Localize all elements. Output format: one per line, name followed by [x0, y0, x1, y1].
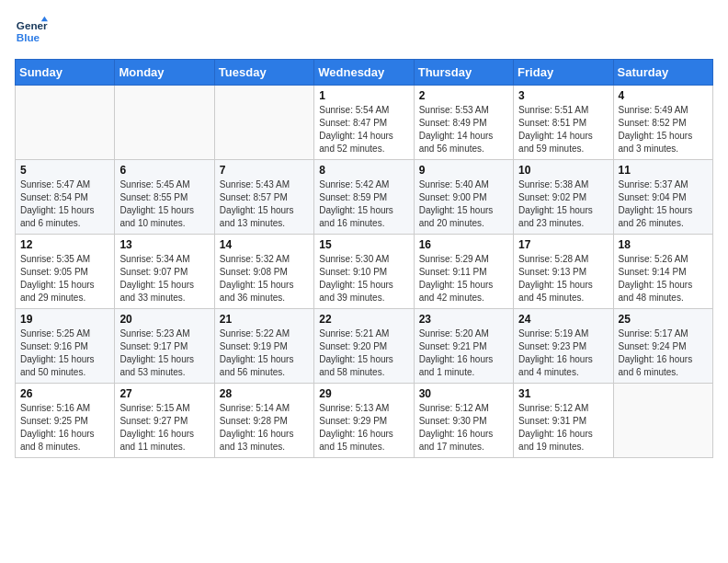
day-number: 17: [518, 238, 608, 251]
day-info: Sunrise: 5:35 AM Sunset: 9:05 PM Dayligh…: [20, 253, 109, 304]
day-number: 9: [419, 164, 508, 177]
calendar-cell: 14Sunrise: 5:32 AM Sunset: 9:08 PM Dayli…: [214, 235, 313, 309]
day-number: 2: [419, 89, 508, 102]
day-info: Sunrise: 5:23 AM Sunset: 9:17 PM Dayligh…: [119, 327, 209, 379]
calendar-cell: [214, 86, 313, 160]
day-number: 11: [619, 164, 708, 177]
weekday-header: Wednesday: [314, 60, 414, 86]
day-number: 7: [220, 164, 309, 177]
logo-icon: General Blue: [15, 15, 48, 48]
calendar-cell: 6Sunrise: 5:45 AM Sunset: 8:55 PM Daylig…: [115, 160, 214, 235]
calendar-cell: 17Sunrise: 5:28 AM Sunset: 9:13 PM Dayli…: [514, 235, 613, 309]
calendar-cell: 23Sunrise: 5:20 AM Sunset: 9:21 PM Dayli…: [414, 309, 513, 384]
calendar-cell: 19Sunrise: 5:25 AM Sunset: 9:16 PM Dayli…: [16, 309, 115, 384]
calendar-cell: 18Sunrise: 5:26 AM Sunset: 9:14 PM Dayli…: [613, 235, 712, 309]
calendar-cell: 3Sunrise: 5:51 AM Sunset: 8:51 PM Daylig…: [514, 86, 613, 160]
calendar-week-row: 12Sunrise: 5:35 AM Sunset: 9:05 PM Dayli…: [16, 235, 713, 309]
day-number: 18: [619, 238, 708, 251]
weekday-header: Thursday: [414, 60, 513, 86]
calendar-cell: [613, 384, 712, 458]
day-number: 26: [20, 387, 109, 400]
day-info: Sunrise: 5:22 AM Sunset: 9:19 PM Dayligh…: [220, 327, 309, 379]
calendar-week-row: 26Sunrise: 5:16 AM Sunset: 9:25 PM Dayli…: [16, 384, 713, 458]
day-number: 12: [20, 238, 109, 251]
calendar-cell: 24Sunrise: 5:19 AM Sunset: 9:23 PM Dayli…: [514, 309, 613, 384]
calendar-cell: 9Sunrise: 5:40 AM Sunset: 9:00 PM Daylig…: [414, 160, 513, 235]
calendar-cell: 1Sunrise: 5:54 AM Sunset: 8:47 PM Daylig…: [314, 86, 414, 160]
calendar-week-row: 19Sunrise: 5:25 AM Sunset: 9:16 PM Dayli…: [16, 309, 713, 384]
day-number: 15: [319, 238, 408, 251]
calendar-cell: 26Sunrise: 5:16 AM Sunset: 9:25 PM Dayli…: [16, 384, 115, 458]
calendar-cell: 12Sunrise: 5:35 AM Sunset: 9:05 PM Dayli…: [16, 235, 115, 309]
day-number: 3: [518, 89, 608, 102]
page-header: General Blue: [15, 15, 713, 48]
day-number: 22: [319, 313, 408, 326]
calendar-cell: [115, 86, 214, 160]
day-number: 30: [419, 387, 508, 400]
day-info: Sunrise: 5:20 AM Sunset: 9:21 PM Dayligh…: [419, 327, 508, 379]
day-info: Sunrise: 5:43 AM Sunset: 8:57 PM Dayligh…: [220, 178, 309, 230]
calendar-table: SundayMondayTuesdayWednesdayThursdayFrid…: [15, 59, 713, 458]
day-number: 16: [419, 238, 508, 251]
day-info: Sunrise: 5:25 AM Sunset: 9:16 PM Dayligh…: [20, 327, 109, 379]
calendar-cell: 16Sunrise: 5:29 AM Sunset: 9:11 PM Dayli…: [414, 235, 513, 309]
calendar-week-row: 1Sunrise: 5:54 AM Sunset: 8:47 PM Daylig…: [16, 86, 713, 160]
day-number: 31: [518, 387, 608, 400]
weekday-header: Saturday: [613, 60, 712, 86]
day-number: 6: [119, 164, 209, 177]
day-info: Sunrise: 5:51 AM Sunset: 8:51 PM Dayligh…: [518, 104, 608, 155]
calendar-cell: 15Sunrise: 5:30 AM Sunset: 9:10 PM Dayli…: [314, 235, 414, 309]
day-number: 27: [119, 387, 209, 400]
day-number: 10: [518, 164, 608, 177]
day-info: Sunrise: 5:19 AM Sunset: 9:23 PM Dayligh…: [518, 327, 608, 379]
calendar-week-row: 5Sunrise: 5:47 AM Sunset: 8:54 PM Daylig…: [16, 160, 713, 235]
day-number: 19: [20, 313, 109, 326]
day-info: Sunrise: 5:29 AM Sunset: 9:11 PM Dayligh…: [419, 253, 508, 304]
calendar-cell: 21Sunrise: 5:22 AM Sunset: 9:19 PM Dayli…: [214, 309, 313, 384]
calendar-cell: 8Sunrise: 5:42 AM Sunset: 8:59 PM Daylig…: [314, 160, 414, 235]
day-info: Sunrise: 5:53 AM Sunset: 8:49 PM Dayligh…: [419, 104, 508, 155]
calendar-cell: 7Sunrise: 5:43 AM Sunset: 8:57 PM Daylig…: [214, 160, 313, 235]
weekday-header: Friday: [514, 60, 613, 86]
day-number: 21: [220, 313, 309, 326]
day-info: Sunrise: 5:15 AM Sunset: 9:27 PM Dayligh…: [119, 402, 209, 454]
calendar-cell: 30Sunrise: 5:12 AM Sunset: 9:30 PM Dayli…: [414, 384, 513, 458]
day-number: 29: [319, 387, 408, 400]
day-number: 5: [20, 164, 109, 177]
calendar-cell: [16, 86, 115, 160]
calendar-header-row: SundayMondayTuesdayWednesdayThursdayFrid…: [16, 60, 713, 86]
day-number: 13: [119, 238, 209, 251]
day-info: Sunrise: 5:49 AM Sunset: 8:52 PM Dayligh…: [619, 104, 708, 155]
day-number: 8: [319, 164, 408, 177]
day-number: 14: [220, 238, 309, 251]
day-number: 28: [220, 387, 309, 400]
day-info: Sunrise: 5:38 AM Sunset: 9:02 PM Dayligh…: [518, 178, 608, 230]
day-info: Sunrise: 5:45 AM Sunset: 8:55 PM Dayligh…: [119, 178, 209, 230]
calendar-cell: 28Sunrise: 5:14 AM Sunset: 9:28 PM Dayli…: [214, 384, 313, 458]
calendar-cell: 22Sunrise: 5:21 AM Sunset: 9:20 PM Dayli…: [314, 309, 414, 384]
calendar-cell: 29Sunrise: 5:13 AM Sunset: 9:29 PM Dayli…: [314, 384, 414, 458]
day-info: Sunrise: 5:12 AM Sunset: 9:30 PM Dayligh…: [419, 402, 508, 454]
day-info: Sunrise: 5:32 AM Sunset: 9:08 PM Dayligh…: [220, 253, 309, 304]
calendar-cell: 20Sunrise: 5:23 AM Sunset: 9:17 PM Dayli…: [115, 309, 214, 384]
day-number: 25: [619, 313, 708, 326]
day-number: 4: [619, 89, 708, 102]
weekday-header: Tuesday: [214, 60, 313, 86]
day-info: Sunrise: 5:14 AM Sunset: 9:28 PM Dayligh…: [220, 402, 309, 454]
day-info: Sunrise: 5:54 AM Sunset: 8:47 PM Dayligh…: [319, 104, 408, 155]
day-info: Sunrise: 5:30 AM Sunset: 9:10 PM Dayligh…: [319, 253, 408, 304]
day-info: Sunrise: 5:34 AM Sunset: 9:07 PM Dayligh…: [119, 253, 209, 304]
day-info: Sunrise: 5:21 AM Sunset: 9:20 PM Dayligh…: [319, 327, 408, 379]
day-number: 20: [119, 313, 209, 326]
day-number: 1: [319, 89, 408, 102]
calendar-cell: 31Sunrise: 5:12 AM Sunset: 9:31 PM Dayli…: [514, 384, 613, 458]
calendar-cell: 25Sunrise: 5:17 AM Sunset: 9:24 PM Dayli…: [613, 309, 712, 384]
calendar-cell: 27Sunrise: 5:15 AM Sunset: 9:27 PM Dayli…: [115, 384, 214, 458]
calendar-cell: 4Sunrise: 5:49 AM Sunset: 8:52 PM Daylig…: [613, 86, 712, 160]
day-info: Sunrise: 5:28 AM Sunset: 9:13 PM Dayligh…: [518, 253, 608, 304]
day-info: Sunrise: 5:37 AM Sunset: 9:04 PM Dayligh…: [619, 178, 708, 230]
svg-text:Blue: Blue: [17, 31, 40, 43]
calendar-cell: 2Sunrise: 5:53 AM Sunset: 8:49 PM Daylig…: [414, 86, 513, 160]
day-number: 23: [419, 313, 508, 326]
weekday-header: Sunday: [16, 60, 115, 86]
